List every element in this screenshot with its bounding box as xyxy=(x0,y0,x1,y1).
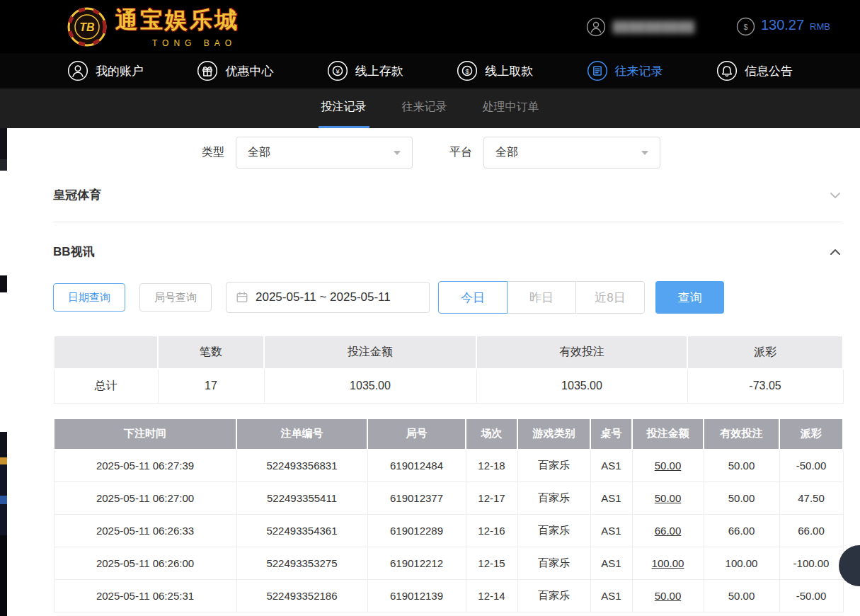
bet-row: 2025-05-11 06:26:33522493354361619012289… xyxy=(54,515,843,547)
section-bb-video[interactable]: BB视讯 xyxy=(53,222,842,273)
yesterday-button[interactable]: 昨日 xyxy=(507,281,576,314)
col-payout: 派彩 xyxy=(779,418,843,450)
summary-col-bet-amount: 投注金额 xyxy=(264,336,476,369)
cell-bet-id: 522493354361 xyxy=(236,515,367,547)
nav-deposit[interactable]: ¥ 线上存款 xyxy=(327,60,403,81)
user-avatar-icon xyxy=(586,17,606,37)
date-query-button[interactable]: 日期查询 xyxy=(53,283,125,312)
bet-row: 2025-05-11 06:27:00522493355411619012377… xyxy=(54,482,843,515)
chevron-down-icon xyxy=(641,151,648,159)
site-logo[interactable]: TB 通宝娱乐城 TONG BAO xyxy=(67,5,239,48)
cell-table-no: AS1 xyxy=(590,580,632,612)
date-shortcut-group: 今日 昨日 近8日 xyxy=(438,281,645,314)
gift-icon xyxy=(197,60,218,81)
platform-select[interactable]: 全部 xyxy=(483,137,660,169)
cell-table-no: AS1 xyxy=(590,515,632,547)
bet-table-body: 2025-05-11 06:27:39522493356831619012484… xyxy=(54,450,843,612)
nav-promotions[interactable]: 优惠中心 xyxy=(197,60,273,81)
user-account[interactable]: ██████████ xyxy=(586,17,695,37)
round-query-button[interactable]: 局号查询 xyxy=(139,283,212,312)
col-bet-id: 注单编号 xyxy=(236,418,367,450)
nav-label: 往来记录 xyxy=(615,63,663,79)
col-round-no: 局号 xyxy=(367,418,466,450)
col-table-no: 桌号 xyxy=(590,418,632,450)
cell-bet-amount[interactable]: 100.00 xyxy=(632,547,704,580)
summary-table: 笔数 投注金额 有效投注 派彩 总计 17 1035.00 1035.00 -7… xyxy=(53,335,844,404)
query-row: 日期查询 局号查询 2025-05-11 ~ 2025-05-11 今日 昨日 … xyxy=(53,281,842,314)
cell-table-no: AS1 xyxy=(590,482,632,515)
section-title: 皇冠体育 xyxy=(53,187,101,203)
date-range-value: 2025-05-11 ~ 2025-05-11 xyxy=(256,290,391,304)
calendar-icon xyxy=(236,291,248,304)
nav-records[interactable]: 往来记录 xyxy=(587,60,663,81)
cell-bet-time: 2025-05-11 06:26:00 xyxy=(54,547,236,580)
summary-col-count: 笔数 xyxy=(158,336,264,369)
cell-payout: 66.00 xyxy=(779,515,843,547)
cell-bet-id: 522493352186 xyxy=(236,580,367,612)
deposit-coin-icon: ¥ xyxy=(327,60,348,81)
section-title: BB视讯 xyxy=(53,244,95,260)
svg-text:¥: ¥ xyxy=(335,68,340,75)
summary-payout: -73.05 xyxy=(687,369,843,403)
chevron-icon[interactable] xyxy=(828,245,842,259)
cell-bet-time: 2025-05-11 06:27:39 xyxy=(54,450,236,482)
bet-row: 2025-05-11 06:27:39522493356831619012484… xyxy=(54,450,843,482)
cell-bet-amount[interactable]: 66.00 xyxy=(632,515,704,547)
balance-currency: RMB xyxy=(810,21,830,32)
cell-round-no: 619012212 xyxy=(367,547,466,580)
bet-table: 下注时间 注单编号 局号 场次 游戏类别 桌号 投注金额 有效投注 派彩 202… xyxy=(53,418,844,613)
summary-total-label: 总计 xyxy=(54,369,158,403)
cell-session: 12-18 xyxy=(466,450,517,482)
svg-text:TB: TB xyxy=(79,21,94,33)
cell-round-no: 619012377 xyxy=(367,482,466,515)
date-range-input[interactable]: 2025-05-11 ~ 2025-05-11 xyxy=(226,282,430,313)
tab-transaction-records[interactable]: 往来记录 xyxy=(399,89,450,128)
section-crown-sports[interactable]: 皇冠体育 xyxy=(53,169,842,222)
nav-my-account[interactable]: 我的账户 xyxy=(67,60,144,81)
balance[interactable]: $ 130.27 RMB xyxy=(736,17,830,36)
col-bet-time: 下注时间 xyxy=(54,418,236,450)
summary-col-payout: 派彩 xyxy=(687,336,843,369)
cell-bet-amount[interactable]: 50.00 xyxy=(632,482,704,515)
bet-row: 2025-05-11 06:25:31522493352186619012139… xyxy=(54,580,843,612)
cell-payout: 47.50 xyxy=(779,482,843,515)
cell-session: 12-14 xyxy=(466,580,517,612)
tab-bet-records[interactable]: 投注记录 xyxy=(319,89,369,128)
logo-subtitle: TONG BAO xyxy=(152,38,239,48)
today-button[interactable]: 今日 xyxy=(438,281,508,314)
nav-label: 线上存款 xyxy=(355,63,403,79)
cell-bet-time: 2025-05-11 06:26:33 xyxy=(54,515,236,547)
cell-game-type: 百家乐 xyxy=(517,482,590,515)
cell-session: 12-17 xyxy=(466,482,517,515)
search-button[interactable]: 查询 xyxy=(655,281,724,314)
dollar-icon: $ xyxy=(736,17,755,36)
summary-count: 17 xyxy=(158,369,264,403)
last8days-button[interactable]: 近8日 xyxy=(575,281,645,314)
cell-table-no: AS1 xyxy=(590,547,632,580)
cell-round-no: 619012484 xyxy=(367,450,466,482)
type-select[interactable]: 全部 xyxy=(236,137,413,169)
nav-withdrawal[interactable]: $ 线上取款 xyxy=(457,60,533,81)
cell-bet-amount[interactable]: 50.00 xyxy=(632,450,704,482)
filter-row: 类型 全部 平台 全部 xyxy=(202,137,842,169)
cell-bet-id: 522493353275 xyxy=(236,547,367,580)
summary-col-valid-bet: 有效投注 xyxy=(476,336,687,369)
type-select-value: 全部 xyxy=(248,145,270,160)
cell-bet-amount[interactable]: 50.00 xyxy=(632,580,704,612)
col-valid-bet: 有效投注 xyxy=(704,418,779,450)
nav-announcements[interactable]: 信息公告 xyxy=(716,60,793,81)
cell-game-type: 百家乐 xyxy=(517,580,590,612)
chevron-icon[interactable] xyxy=(828,188,842,203)
bell-icon xyxy=(716,60,738,81)
col-session: 场次 xyxy=(466,418,517,450)
header-right: ██████████ $ 130.27 RMB xyxy=(586,17,830,37)
tab-processing-orders[interactable]: 处理中订单 xyxy=(480,89,542,128)
cell-bet-id: 522493355411 xyxy=(236,482,367,515)
cell-valid-bet: 66.00 xyxy=(704,515,779,547)
col-bet-amount: 投注金额 xyxy=(632,418,704,450)
summary-total-row: 总计 17 1035.00 1035.00 -73.05 xyxy=(54,369,843,403)
summary-valid-bet: 1035.00 xyxy=(476,369,687,403)
cell-valid-bet: 100.00 xyxy=(704,547,779,580)
cell-game-type: 百家乐 xyxy=(517,547,590,580)
cell-bet-time: 2025-05-11 06:27:00 xyxy=(54,482,236,515)
